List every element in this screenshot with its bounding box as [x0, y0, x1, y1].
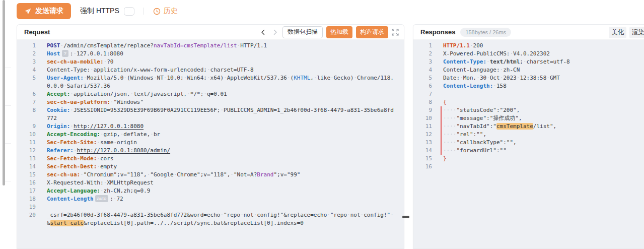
chevron-left-icon [259, 28, 267, 36]
line-number: 1 [413, 42, 432, 50]
history-clock-icon [153, 8, 161, 15]
code-line: 1POST·/admin/cmsTemplate/replace?navTabI… [17, 42, 404, 50]
beautify-button[interactable]: 美化 [609, 27, 626, 38]
code-line: 16 [413, 163, 644, 171]
history-prev-button[interactable] [259, 28, 267, 36]
request-editor-scrollbar-thumb[interactable] [402, 216, 409, 218]
line-number: 9 [413, 106, 432, 114]
code-line: 5Date:·Mon,·30·Oct·2023·12:38:58·GMT [413, 74, 644, 82]
line-number: 7 [17, 98, 36, 106]
line-number: 13 [17, 155, 36, 163]
line-number: 13 [413, 139, 432, 147]
line-number: 12 [413, 131, 432, 139]
line-number: 4 [413, 66, 432, 74]
hot-reload-button[interactable]: 热加载 [326, 26, 352, 38]
code-line: 18Content-Lengthauto:·72 [17, 195, 404, 203]
code-line: 9····"statusCode":"200", [413, 106, 644, 114]
line-number: 6 [413, 82, 432, 90]
code-line: 10····"message":"操作成功", [413, 114, 644, 122]
line-number: 6 [17, 90, 36, 98]
list-divider [5, 106, 11, 144]
force-https-group: 强制 HTTPS [80, 7, 134, 16]
code-line: 12Referer:·http://127.0.0.1:8080/admin/ [17, 147, 404, 155]
send-request-label: 发送请求 [35, 7, 63, 16]
code-line: 3sec-ch-ua-mobile:·?0 [17, 58, 404, 66]
line-number: 20 [17, 211, 36, 227]
code-line: 2X-Powered-PublicCMS:·V4.0.202302 [413, 50, 644, 58]
line-number: 8 [413, 98, 432, 106]
toolbar: 发送请求 强制 HTTPS 历史 [17, 3, 178, 20]
response-actions: 美化 渲染 [609, 27, 644, 38]
request-panel-header: Request 数据包扫描 热加载 构造请求 [17, 25, 404, 40]
force-https-checkbox[interactable] [124, 7, 134, 16]
line-number: 2 [17, 50, 36, 58]
code-line: 11····"navTabId":"cmsTemplate/list", [413, 122, 644, 131]
code-line: 14Sec-Fetch-Dest:·empty [17, 163, 404, 171]
code-line: 9Origin:·http://127.0.0.1:8080 [17, 122, 404, 131]
code-line: 1HTTP/1.1·200 [413, 42, 644, 50]
response-panel-title: Responses [420, 28, 455, 36]
code-line: 15sec-ch-ua:·"Chromium";v="118",·"Google… [17, 171, 404, 179]
code-line: 4Content-Language:·zh-CN [413, 66, 644, 74]
code-line: 3Content-Type:·text/html;·charset=utf-8 [413, 58, 644, 66]
line-number: 10 [17, 131, 36, 139]
code-line: 13····"callbackType":"", [413, 139, 644, 147]
code-line: 8Cookie:·JSESSIONID=95329D5E39F69B69F0A2… [17, 106, 404, 122]
history-button[interactable]: 历史 [153, 7, 178, 16]
code-line: 20_csrf=2b46f00d-3f68-4479-a831-35be6a8f… [17, 211, 404, 227]
code-line: 15} [413, 155, 644, 163]
code-line: 16X-Requested-With:·XMLHttpRequest [17, 179, 404, 187]
line-number: 14 [17, 163, 36, 171]
history-label: 历史 [164, 7, 178, 16]
line-number: 12 [17, 147, 36, 155]
request-editor[interactable]: 1POST·/admin/cmsTemplate/replace?navTabI… [17, 40, 404, 248]
line-number: 5 [413, 74, 432, 82]
list-divider [5, 144, 11, 181]
list-divider [5, 68, 11, 106]
line-number: 10 [413, 114, 432, 122]
response-editor[interactable]: 1HTTP/1.1·2002X-Powered-PublicCMS:·V4.0.… [413, 40, 644, 248]
line-number: 3 [413, 58, 432, 66]
left-sidebar-strip [0, 0, 11, 249]
packet-scan-button[interactable]: 数据包扫描 [282, 26, 323, 38]
build-request-button[interactable]: 构造请求 [356, 26, 388, 38]
app-root: 发送请求 强制 HTTPS 历史 Request [0, 0, 644, 249]
line-number: 7 [413, 90, 432, 98]
line-number: 2 [413, 50, 432, 58]
code-line: 10Accept-Encoding:·gzip,·deflate,·br [17, 131, 404, 139]
request-panel: Request 数据包扫描 热加载 构造请求 [17, 24, 404, 249]
line-number: 1 [17, 42, 36, 50]
code-line: 2Host?:·127.0.0.1:8080 [17, 50, 404, 58]
code-line: 11Sec-Fetch-Site:·same-origin [17, 139, 404, 147]
send-request-button[interactable]: 发送请求 [17, 3, 71, 19]
line-number: 17 [17, 187, 36, 195]
send-icon [24, 8, 32, 15]
code-line: 4Content-Type:·application/x-www-form-ur… [17, 66, 404, 74]
response-panel: Responses 158bytes / 26ms 美化 渲染 1HTTP/1.… [413, 24, 644, 249]
line-number: 16 [17, 179, 36, 187]
code-line: 7sec-ch-ua-platform:·"Windows" [17, 98, 404, 106]
line-number: 18 [17, 195, 36, 203]
response-size-time-badge: 158bytes / 26ms [460, 28, 511, 37]
line-number: 11 [413, 122, 432, 131]
history-next-button[interactable] [271, 28, 279, 36]
toolbar-divider [144, 8, 144, 15]
code-line: 7 [413, 90, 644, 98]
line-number: 8 [17, 106, 36, 122]
code-line: 17Accept-Language:·zh-CN,zh;q=0.9 [17, 187, 404, 195]
line-number: 16 [413, 163, 432, 171]
render-button[interactable]: 渲染 [629, 27, 644, 38]
request-panel-title: Request [24, 28, 50, 36]
line-number: 3 [17, 58, 36, 66]
expand-icon [392, 29, 399, 36]
code-line: 5User-Agent:·Mozilla/5.0·(Windows·NT·10.… [17, 74, 404, 90]
list-divider [5, 30, 11, 68]
list-divider [5, 181, 11, 219]
line-number: 15 [17, 171, 36, 179]
code-line: 6Accept:·application/json,·text/javascri… [17, 90, 404, 98]
code-line: 12····"rel":"", [413, 131, 644, 139]
fullscreen-button[interactable] [392, 29, 399, 36]
line-number: 5 [17, 74, 36, 90]
response-panel-header: Responses 158bytes / 26ms 美化 渲染 [413, 25, 644, 40]
code-line: 14····"forwardUrl":"" [413, 147, 644, 155]
